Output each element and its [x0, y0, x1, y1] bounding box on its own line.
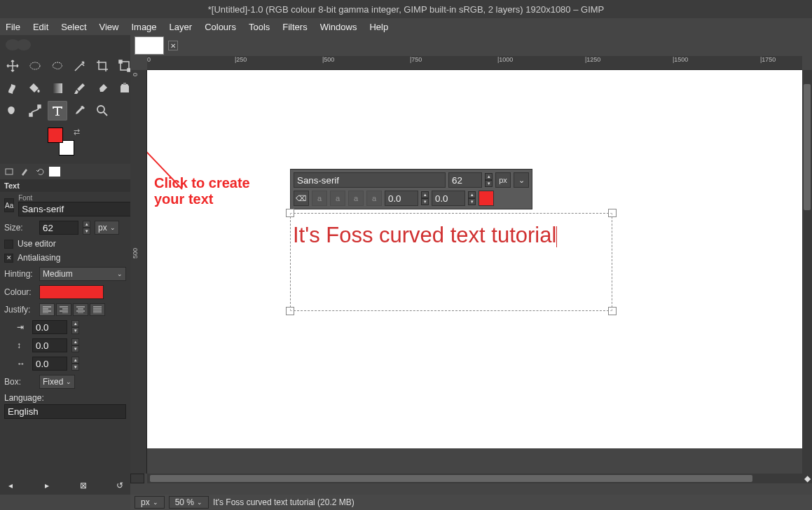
svg-rect-8 — [123, 83, 126, 85]
hinting-dropdown[interactable]: Medium⌄ — [39, 267, 126, 281]
move-tool[interactable] — [3, 56, 22, 76]
tt-kerning-input[interactable] — [432, 191, 465, 206]
tt-italic-button[interactable]: a — [330, 191, 345, 206]
tt-colour-swatch[interactable] — [479, 191, 494, 206]
letter-spacing-icon: ↔ — [17, 359, 28, 368]
tt-font-input[interactable] — [294, 172, 446, 188]
text-content[interactable]: It's Foss curved text tutorial — [293, 223, 557, 248]
reset-icon[interactable]: ↺ — [113, 479, 126, 492]
gradient-tool[interactable] — [48, 78, 67, 98]
menu-layer[interactable]: Layer — [170, 22, 193, 32]
menu-view[interactable]: View — [99, 22, 119, 32]
images-tab[interactable] — [49, 167, 60, 177]
foreground-color[interactable] — [48, 127, 63, 143]
justify-left[interactable] — [39, 303, 55, 316]
language-label: Language: — [4, 393, 44, 403]
menu-colours[interactable]: Colours — [205, 22, 236, 32]
size-label: Size: — [4, 223, 35, 233]
tt-kerning-spinner[interactable]: ▴▾ — [468, 191, 476, 205]
menu-help[interactable]: Help — [369, 22, 388, 32]
wilber-icon — [0, 35, 130, 55]
menu-select[interactable]: Select — [61, 22, 86, 32]
zoom-tool[interactable] — [92, 101, 112, 120]
line-spacing-input[interactable] — [32, 338, 67, 352]
horizontal-ruler[interactable]: 0|250|500|750|1000|1250|1500|1750 — [147, 56, 802, 70]
menu-file[interactable]: File — [6, 22, 20, 32]
status-unit-dropdown[interactable]: px⌄ — [135, 496, 165, 509]
bucket-fill-tool[interactable] — [25, 78, 45, 98]
delete-preset-icon[interactable]: ⊠ — [77, 479, 90, 492]
free-select-tool[interactable] — [48, 56, 67, 76]
indent-spinner[interactable]: ▴▾ — [71, 320, 79, 334]
restore-preset-icon[interactable]: ▸ — [41, 479, 53, 492]
line-spacing-spinner[interactable]: ▴▾ — [71, 338, 79, 352]
antialiasing-checkbox[interactable] — [4, 254, 13, 263]
device-status-tab[interactable] — [18, 165, 31, 178]
size-spinner[interactable]: ▴▾ — [83, 221, 90, 235]
ellipse-select-tool[interactable] — [25, 56, 45, 76]
menubar: FileEditSelectViewImageLayerColoursTools… — [0, 18, 812, 35]
swap-colors-icon[interactable]: ⇄ — [74, 127, 80, 137]
font-input[interactable] — [18, 202, 144, 216]
box-dropdown[interactable]: Fixed⌄ — [39, 375, 75, 389]
text-box-handle-br[interactable] — [608, 307, 617, 315]
tool-options-tab[interactable] — [3, 165, 15, 178]
tt-clear-icon[interactable]: ⌫ — [294, 191, 309, 206]
letter-spacing-spinner[interactable]: ▴▾ — [71, 357, 79, 371]
color-picker-tool[interactable] — [70, 101, 90, 120]
size-unit-dropdown[interactable]: px⌄ — [95, 221, 119, 235]
paintbrush-tool[interactable] — [70, 78, 90, 98]
canvas[interactable]: ▴▾ px ⌄ ⌫ a a a a ▴▾ ▴▾ — [147, 70, 802, 448]
menu-tools[interactable]: Tools — [249, 22, 270, 32]
tt-unit[interactable]: px — [495, 172, 511, 188]
use-editor-checkbox[interactable] — [4, 240, 13, 249]
vertical-scrollbar[interactable] — [802, 70, 812, 474]
vertical-ruler[interactable]: 0500 — [130, 70, 147, 474]
color-area[interactable]: ⇄ — [48, 127, 90, 160]
size-input[interactable] — [39, 221, 78, 235]
tt-baseline-spinner[interactable]: ▴▾ — [421, 191, 429, 205]
text-tool[interactable] — [48, 101, 67, 120]
indent-input[interactable] — [32, 320, 67, 334]
text-box-handle-tl[interactable] — [286, 209, 294, 217]
warp-tool[interactable] — [3, 78, 22, 98]
font-icon[interactable]: Aa — [4, 198, 14, 212]
text-box[interactable]: It's Foss curved text tutorial — [290, 213, 612, 311]
quick-mask-toggle[interactable] — [130, 474, 144, 483]
menu-windows[interactable]: Windows — [320, 22, 357, 32]
tt-unit-chev[interactable]: ⌄ — [514, 172, 529, 188]
tt-size-spinner[interactable]: ▴▾ — [485, 173, 493, 187]
justify-center[interactable] — [73, 303, 88, 316]
colour-label: Colour: — [4, 287, 35, 297]
eraser-tool[interactable] — [92, 78, 112, 98]
horizontal-scrollbar[interactable] — [147, 474, 802, 483]
viewport[interactable]: ▴▾ px ⌄ ⌫ a a a a ▴▾ ▴▾ — [147, 70, 802, 474]
language-input[interactable] — [4, 404, 126, 419]
path-tool[interactable] — [25, 101, 45, 120]
text-colour-swatch[interactable] — [39, 285, 104, 299]
justify-fill[interactable] — [90, 303, 105, 316]
menu-image[interactable]: Image — [131, 22, 156, 32]
undo-history-tab[interactable] — [34, 165, 46, 178]
smudge-tool[interactable] — [3, 101, 22, 120]
justify-right[interactable] — [56, 303, 71, 316]
line-spacing-icon: ↕ — [17, 340, 28, 350]
text-box-handle-bl[interactable] — [286, 307, 294, 315]
image-tab-thumbnail[interactable] — [135, 36, 164, 55]
menu-filters[interactable]: Filters — [282, 22, 307, 32]
status-zoom-dropdown[interactable]: 50 %⌄ — [169, 496, 209, 509]
tt-baseline-input[interactable] — [385, 191, 418, 206]
tt-bold-button[interactable]: a — [312, 191, 327, 206]
tt-strike-button[interactable]: a — [366, 191, 382, 206]
text-box-handle-tr[interactable] — [608, 209, 617, 217]
navigation-icon[interactable]: ◆ — [802, 474, 812, 483]
crop-tool[interactable] — [92, 56, 112, 76]
menu-edit[interactable]: Edit — [33, 22, 48, 32]
save-preset-icon[interactable]: ◂ — [4, 479, 17, 492]
letter-spacing-input[interactable] — [32, 357, 67, 371]
image-tab-close[interactable]: ✕ — [168, 41, 178, 50]
tt-underline-button[interactable]: a — [348, 191, 364, 206]
status-message: It's Foss curved text tutorial (20.2 MB) — [213, 497, 355, 507]
fuzzy-select-tool[interactable] — [70, 56, 90, 76]
tt-size-input[interactable] — [448, 172, 482, 188]
